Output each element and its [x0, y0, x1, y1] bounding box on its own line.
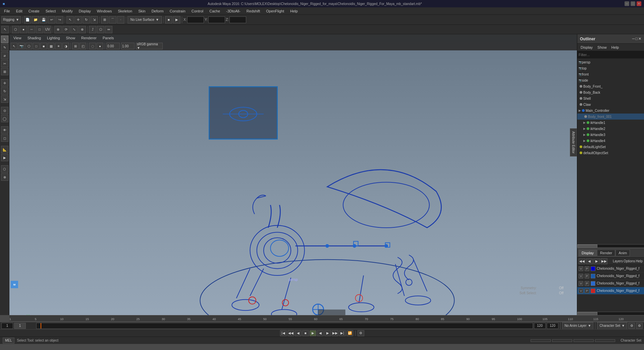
snap-lbtn[interactable]: ⊙ [1, 107, 8, 114]
tree-item-ikhandle2[interactable]: ▶ ikHandle2 [577, 126, 644, 132]
rpb-tab-render[interactable]: Render [597, 250, 615, 256]
vt-textured[interactable]: ▦ [48, 43, 54, 49]
scale-tool-btn[interactable]: ⤡ [70, 26, 78, 33]
vt-wireframe[interactable]: □ [33, 43, 40, 49]
move-tool-btn[interactable]: ⊕ [54, 26, 62, 33]
maximize-button[interactable]: □ [631, 1, 635, 6]
parent-lbtn[interactable]: ⊕ [1, 173, 8, 181]
undo-btn[interactable]: ↩ [48, 16, 55, 24]
start-frame-input[interactable] [1, 323, 13, 329]
menu-3dtoa[interactable]: -3DtoAll- [223, 8, 243, 14]
char-set-dropdown[interactable]: Character Set ▼ [597, 322, 627, 330]
redo-btn[interactable]: ↪ [56, 16, 63, 24]
vt-shaded[interactable]: ■ [40, 43, 47, 49]
rpb-tab-anim[interactable]: Anim [615, 250, 630, 256]
scale-btn[interactable]: ⇲ [91, 16, 98, 24]
anim-prefs-btn[interactable]: ⚙ [358, 330, 364, 336]
play-reverse-btn[interactable]: ◀ [317, 330, 324, 336]
layer-v-1[interactable]: V [579, 266, 583, 271]
menu-redshift[interactable]: Redshift [244, 8, 263, 14]
paint-tool-btn[interactable]: ✎ [1, 44, 8, 51]
vt-hud[interactable]: ◰ [79, 43, 86, 49]
tree-item-ikhandle4[interactable]: ▶ ikHandle4 [577, 138, 644, 144]
outliner-hscrollbar[interactable] [577, 244, 644, 248]
rotate-tool-btn[interactable]: ⟳ [62, 26, 70, 33]
menu-help[interactable]: Help [287, 8, 301, 14]
anim-layer-dropdown[interactable]: No Anim Layer ▼ [562, 322, 594, 330]
hide-lbtn[interactable]: ◻ [1, 134, 8, 142]
layer-hscrollbar[interactable] [577, 312, 644, 315]
component-select-btn[interactable]: ⬡ [12, 26, 19, 33]
menu-control[interactable]: Control [189, 8, 206, 14]
rpb-back-btn[interactable]: ◀ [586, 258, 593, 264]
vt-xray[interactable]: ◌ [89, 43, 96, 49]
vt-component[interactable]: ● [97, 43, 103, 49]
layer-v-2[interactable]: V [579, 274, 583, 278]
menu-skin[interactable]: Skin [136, 8, 148, 14]
cut-btn[interactable]: ✂ [1, 60, 8, 67]
go-start-btn[interactable]: |◀ [280, 330, 287, 336]
current-frame-input[interactable] [14, 323, 26, 329]
extra-btn2[interactable]: ⚙ [636, 323, 643, 329]
x-input[interactable] [187, 16, 204, 23]
sculpt-btn[interactable]: ⌀ [1, 52, 8, 59]
bridge-btn[interactable]: ⇔ [105, 26, 112, 33]
rotate-lbtn[interactable]: ↻ [1, 87, 8, 95]
select-all-btn[interactable]: ↖ [1, 26, 9, 33]
rpb-options[interactable]: Options [624, 259, 635, 263]
layer-hscrollbar-thumb[interactable] [577, 312, 597, 315]
show-lbtn[interactable]: 👁 [1, 126, 8, 134]
select-tool-btn[interactable]: ↖ [1, 36, 8, 43]
layer-v-3[interactable]: V [579, 281, 583, 286]
menu-deform[interactable]: Deform [149, 8, 166, 14]
vt-float2[interactable] [121, 43, 135, 49]
om-help[interactable]: Help [609, 45, 621, 50]
vt-gamma-dropdown[interactable]: sRGB gamma ▼ [136, 43, 163, 49]
menu-modify[interactable]: Modify [59, 8, 75, 14]
layer-color-4[interactable] [591, 289, 595, 293]
layer-row-2[interactable]: V P Chelonoidis_Niger_Rigged_f [577, 272, 644, 280]
menu-display[interactable]: Display [76, 8, 94, 14]
move-btn[interactable]: ✛ [74, 16, 82, 24]
bevel-btn[interactable]: ⬠ [97, 26, 104, 33]
snap-curve-btn[interactable]: ⌒ [109, 16, 116, 24]
menu-cache[interactable]: Cache [207, 8, 223, 14]
prev-key-btn[interactable]: ◀ [295, 330, 302, 336]
layer-row-4[interactable]: V P Chelonoidis_Niger_Rigged_f [577, 287, 644, 295]
vt-perspective[interactable]: ⬡ [25, 43, 32, 49]
group-lbtn[interactable]: ⬡ [1, 165, 8, 173]
om-show[interactable]: Show [595, 45, 609, 50]
end-frame-input[interactable] [534, 323, 546, 329]
new-scene-btn[interactable]: 📄 [24, 16, 31, 24]
timeline-scrubber[interactable] [36, 323, 533, 329]
go-end-btn[interactable]: ▶| [339, 330, 346, 336]
tree-item-shell[interactable]: Shell [577, 95, 644, 101]
y-input[interactable] [208, 16, 225, 23]
rpb-tab-display[interactable]: Display [579, 250, 597, 256]
scale-lbtn[interactable]: ⇲ [1, 95, 8, 103]
no-live-surface-btn[interactable]: No Live Surface ▼ [127, 16, 162, 24]
uv-btn[interactable]: UV [44, 26, 51, 33]
vm-renderer[interactable]: Renderer [78, 35, 99, 41]
tree-item-top[interactable]: 📷 top [577, 65, 644, 71]
close-button[interactable]: ✕ [637, 1, 641, 6]
rotate-btn[interactable]: ↻ [83, 16, 90, 24]
mel-indicator[interactable]: MEL [3, 338, 14, 344]
tree-item-ikhandle1[interactable]: ▶ ikHandle1 [577, 120, 644, 126]
outliner-close[interactable]: ✕ [638, 37, 641, 41]
tree-item-default-object-set[interactable]: defaultObjectSet [577, 150, 644, 156]
tree-item-side[interactable]: 📷 side [577, 77, 644, 83]
z-input[interactable] [229, 16, 246, 23]
rpb-layers[interactable]: Layers [613, 259, 623, 263]
tree-item-default-light-set[interactable]: defaultLightSet [577, 144, 644, 150]
tree-item-claw[interactable]: Claw [577, 101, 644, 107]
move-lbtn[interactable]: ✛ [1, 79, 8, 87]
vt-select[interactable]: ↖ [11, 43, 17, 49]
rpb-prev-btn[interactable]: ◀◀ [579, 258, 585, 264]
tree-item-body-back[interactable]: Body_Back [577, 89, 644, 95]
layer-p-1[interactable]: P [585, 266, 589, 271]
menu-edit[interactable]: Edit [13, 8, 25, 14]
layer-row-3[interactable]: V P Chelonoidis_Niger_Rigged_f [577, 280, 644, 287]
tree-item-persp[interactable]: 📷 persp [577, 59, 644, 65]
tree-item-ikhandle3[interactable]: ▶ ikHandle3 [577, 132, 644, 138]
